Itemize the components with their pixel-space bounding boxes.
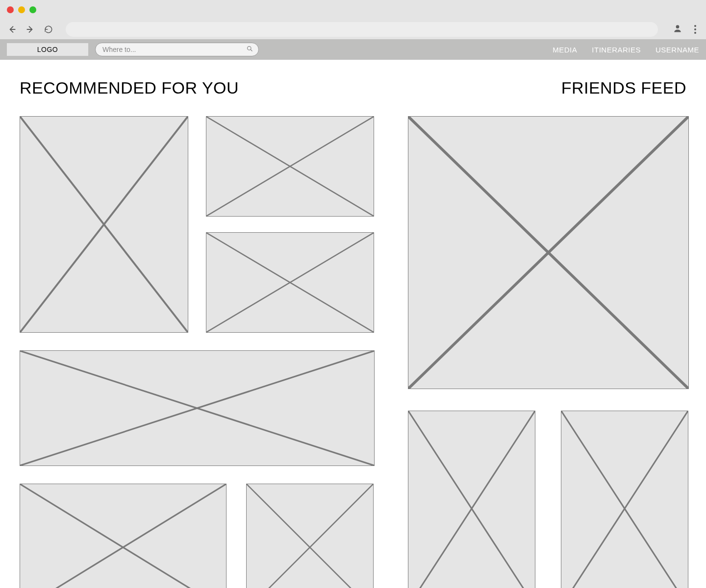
recommended-card[interactable] bbox=[206, 116, 374, 217]
section-headings: RECOMMENDED FOR YOU FRIENDS FEED bbox=[20, 78, 686, 98]
app-navbar: LOGO MEDIA ITINERARIES USERNAME bbox=[0, 39, 706, 60]
svg-line-14 bbox=[20, 484, 226, 588]
friends-feed-column bbox=[408, 116, 689, 588]
recommended-column bbox=[20, 116, 375, 588]
recommended-card[interactable] bbox=[246, 484, 374, 588]
maximize-window-button[interactable] bbox=[29, 6, 36, 13]
nav-link-username[interactable]: USERNAME bbox=[656, 46, 699, 54]
navbar-right: MEDIA ITINERARIES USERNAME bbox=[553, 46, 699, 54]
friends-feed-heading: FRIENDS FEED bbox=[561, 78, 686, 98]
columns bbox=[20, 116, 686, 588]
svg-line-16 bbox=[247, 484, 373, 588]
search-input[interactable] bbox=[102, 46, 246, 53]
browser-menu-button[interactable] bbox=[691, 25, 699, 34]
forward-button[interactable] bbox=[25, 24, 35, 34]
svg-line-15 bbox=[247, 484, 373, 588]
svg-point-3 bbox=[248, 46, 252, 50]
nav-link-media[interactable]: MEDIA bbox=[553, 46, 577, 54]
svg-line-4 bbox=[251, 49, 252, 51]
logo[interactable]: LOGO bbox=[7, 43, 88, 56]
svg-line-13 bbox=[20, 484, 226, 588]
svg-line-22 bbox=[561, 411, 688, 588]
profile-icon[interactable] bbox=[673, 24, 682, 35]
friends-card[interactable] bbox=[408, 116, 689, 389]
browser-titlebar bbox=[0, 0, 706, 20]
friends-card[interactable] bbox=[561, 411, 688, 588]
recommended-card[interactable] bbox=[206, 232, 374, 333]
back-button[interactable] bbox=[7, 24, 17, 34]
url-bar[interactable] bbox=[66, 22, 658, 37]
reload-button[interactable] bbox=[44, 25, 53, 34]
svg-line-19 bbox=[408, 411, 535, 588]
window-controls bbox=[7, 6, 36, 13]
close-window-button[interactable] bbox=[7, 6, 14, 13]
browser-toolbar bbox=[0, 20, 706, 39]
minimize-window-button[interactable] bbox=[18, 6, 25, 13]
search-icon bbox=[246, 45, 253, 54]
recommended-heading: RECOMMENDED FOR YOU bbox=[20, 78, 239, 98]
svg-line-21 bbox=[561, 411, 688, 588]
svg-point-2 bbox=[676, 25, 680, 28]
search-box[interactable] bbox=[95, 43, 259, 56]
friends-card[interactable] bbox=[408, 411, 535, 588]
recommended-card[interactable] bbox=[20, 484, 227, 588]
page-content: RECOMMENDED FOR YOU FRIENDS FEED bbox=[0, 60, 706, 588]
recommended-card[interactable] bbox=[20, 350, 375, 466]
svg-line-20 bbox=[408, 411, 535, 588]
nav-link-itineraries[interactable]: ITINERARIES bbox=[592, 46, 641, 54]
recommended-card[interactable] bbox=[20, 116, 188, 333]
